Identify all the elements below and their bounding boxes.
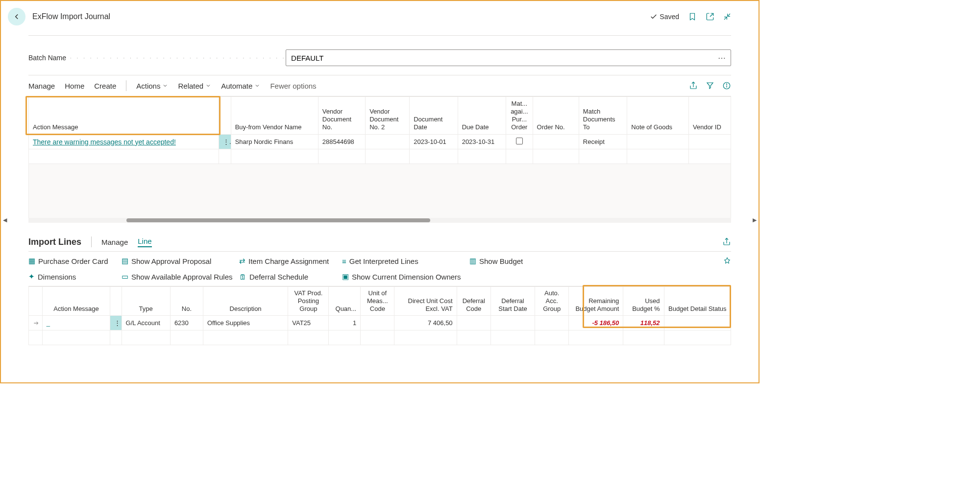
cell-vendor-doc-no2[interactable] [366, 135, 410, 149]
action-item-charge[interactable]: ⇄Item Charge Assignment [239, 257, 342, 265]
tab-manage[interactable]: Manage [101, 238, 128, 246]
action-dimensions[interactable]: ✦Dimensions [28, 272, 122, 281]
budget-icon: ▥ [469, 257, 476, 265]
row-selector[interactable] [29, 316, 43, 330]
col-auto-acc-group[interactable]: Auto. Acc. Group [535, 287, 569, 316]
info-icon[interactable] [722, 81, 731, 90]
col-vendor-id[interactable]: Vendor ID [688, 97, 731, 135]
share-icon[interactable] [722, 237, 731, 246]
col-budget-detail-status[interactable]: Budget Detail Status [664, 287, 731, 316]
col-order-no[interactable]: Order No. [533, 97, 579, 135]
action-approval-proposal[interactable]: ▤Show Approval Proposal [122, 257, 239, 265]
import-lines-header: Import Lines Manage Line [28, 223, 731, 251]
cell-auto-acc-group[interactable] [535, 316, 569, 330]
tab-line[interactable]: Line [138, 237, 151, 247]
cell-vat-group[interactable]: VAT25 [288, 316, 329, 330]
col-description[interactable]: Description [203, 287, 288, 316]
menu-automate[interactable]: Automate [221, 82, 260, 90]
col-quantity[interactable]: Quan... [329, 287, 361, 316]
col-remaining-budget[interactable]: Remaining Budget Amount [569, 287, 623, 316]
cell-uom[interactable] [361, 316, 394, 330]
col-uom[interactable]: Unit of Meas... Code [361, 287, 394, 316]
cell-direct-unit-cost[interactable]: 7 406,50 [394, 316, 457, 330]
svg-point-2 [726, 84, 727, 84]
menu-home[interactable]: Home [65, 82, 84, 90]
cell-document-date[interactable]: 2023-10-01 [410, 135, 458, 149]
chevron-down-icon [254, 83, 260, 89]
cell-due-date[interactable]: 2023-10-31 [458, 135, 506, 149]
table-row[interactable]: There are warning messages not yet accep… [29, 135, 731, 149]
toolbar: Manage Home Create Actions Related Autom… [28, 75, 731, 96]
cell-order-no[interactable] [533, 135, 579, 149]
action-po-card[interactable]: ▦Purchase Order Card [28, 257, 122, 265]
cell-match-po[interactable] [506, 135, 533, 149]
filter-icon[interactable] [706, 81, 714, 90]
col-vat-group[interactable]: VAT Prod. Posting Group [288, 287, 329, 316]
col-vendor-doc-no[interactable]: Vendor Document No. [318, 97, 365, 135]
cell-match-docs-to[interactable]: Receipt [579, 135, 627, 149]
col-used-budget[interactable]: Used Budget % [623, 287, 664, 316]
action-deferral-schedule[interactable]: 🗓Deferral Schedule [239, 273, 342, 281]
share-icon[interactable] [689, 81, 698, 90]
checkbox[interactable] [516, 138, 523, 144]
table-row[interactable]: _ ⋮ G/L Account 6230 Office Supplies VAT… [29, 316, 731, 330]
col-buy-from-vendor[interactable]: Buy-from Vendor Name [231, 97, 318, 135]
cell-vendor-id[interactable] [688, 135, 731, 149]
back-button[interactable] [8, 8, 25, 25]
col-action-message[interactable]: Action Message [29, 97, 219, 135]
col-action-message[interactable]: Action Message [42, 287, 110, 316]
cell-vendor-name[interactable]: Sharp Nordic Finans [231, 135, 318, 149]
horizontal-scrollbar[interactable]: ◀ ▶ [28, 218, 731, 223]
col-deferral-start[interactable]: Deferral Start Date [490, 287, 535, 316]
scroll-left-arrow[interactable]: ◀ [3, 217, 7, 223]
cell-budget-detail-status[interactable] [664, 316, 731, 330]
dimensions-icon: ✦ [28, 272, 35, 281]
col-vendor-doc-no2[interactable]: Vendor Document No. 2 [366, 97, 410, 135]
scroll-thumb[interactable] [126, 218, 430, 222]
cell-deferral-start[interactable] [490, 316, 535, 330]
collapse-icon[interactable] [723, 13, 731, 21]
cell-vendor-doc-no[interactable]: 288544698 [318, 135, 365, 149]
action-message-link[interactable]: There are warning messages not yet accep… [33, 138, 176, 146]
menu-fewer-options[interactable]: Fewer options [270, 82, 316, 90]
cell-used-budget[interactable]: 118,52 [623, 316, 664, 330]
menu-related[interactable]: Related [178, 82, 211, 90]
col-document-date[interactable]: Document Date [410, 97, 458, 135]
cell-note-of-goods[interactable] [627, 135, 689, 149]
menu-create[interactable]: Create [94, 82, 116, 90]
popout-icon[interactable] [706, 12, 714, 21]
check-icon [650, 13, 658, 21]
menu-manage[interactable]: Manage [28, 82, 55, 90]
col-type[interactable]: Type [122, 287, 170, 316]
scroll-right-arrow[interactable]: ▶ [753, 217, 757, 223]
col-direct-unit-cost[interactable]: Direct Unit Cost Excl. VAT [394, 287, 457, 316]
action-dimension-owners[interactable]: ▣Show Current Dimension Owners [342, 272, 469, 281]
col-match-docs-to[interactable]: Match Documents To [579, 97, 627, 135]
cell-description[interactable]: Office Supplies [203, 316, 288, 330]
action-show-budget[interactable]: ▥Show Budget [469, 257, 553, 265]
cell-type[interactable]: G/L Account [122, 316, 170, 330]
action-interpreted-lines[interactable]: ≡Get Interpreted Lines [342, 257, 469, 265]
bookmark-icon[interactable] [688, 12, 697, 21]
col-due-date[interactable]: Due Date [458, 97, 506, 135]
pin-icon[interactable] [723, 257, 731, 265]
action-approval-rules[interactable]: ▭Show Available Approval Rules [122, 272, 239, 281]
menu-actions[interactable]: Actions [136, 82, 168, 90]
col-deferral-code[interactable]: Deferral Code [457, 287, 490, 316]
table-row-empty[interactable] [29, 149, 731, 164]
table-row-empty[interactable] [29, 330, 731, 345]
cell-quantity[interactable]: 1 [329, 316, 361, 330]
cell-remaining-budget[interactable]: -5 186,50 [569, 316, 623, 330]
lines-grid-wrap: Action Message Type No. Description VAT … [28, 286, 731, 345]
col-match-po[interactable]: Mat... agai... Pur... Order [506, 97, 533, 135]
cell-no[interactable]: 6230 [170, 316, 203, 330]
saved-status: Saved [650, 13, 679, 21]
cell-deferral-code[interactable] [457, 316, 490, 330]
row-menu-button[interactable]: ⋮ [219, 135, 231, 149]
lookup-button[interactable]: ⋯ [713, 53, 731, 63]
col-no[interactable]: No. [170, 287, 203, 316]
col-note-of-goods[interactable]: Note of Goods [627, 97, 689, 135]
row-menu-button[interactable]: ⋮ [110, 316, 122, 330]
cell-action-message[interactable]: _ [42, 316, 110, 330]
batch-name-input[interactable] [286, 54, 713, 62]
